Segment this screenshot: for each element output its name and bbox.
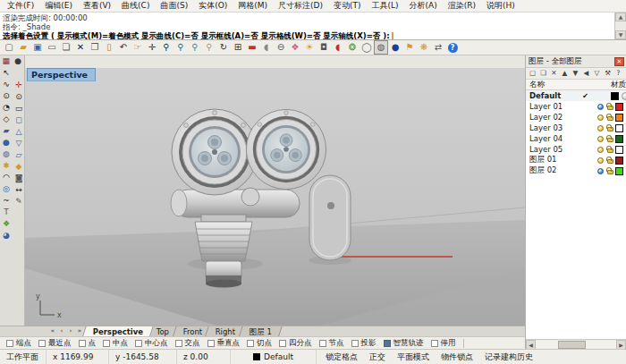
layer-visibility-bulb-icon[interactable] xyxy=(596,125,605,131)
layer-visibility-bulb-icon[interactable] xyxy=(596,168,605,174)
shaded-display-button[interactable]: ◍ xyxy=(374,40,388,55)
scroll-left-icon[interactable]: ◀ xyxy=(526,340,536,350)
status-toggle-0[interactable]: 锁定格点 xyxy=(326,351,358,363)
new-sublayer-icon[interactable]: ❏ xyxy=(538,68,548,79)
tab-nav-2-icon[interactable]: › xyxy=(66,326,75,336)
tab-nav-0-icon[interactable]: « xyxy=(48,326,57,336)
menu-item-12[interactable]: 说明(H) xyxy=(481,0,520,12)
layer-visibility-bulb-icon[interactable] xyxy=(596,104,605,110)
layer-tools-icon[interactable]: ⚒ xyxy=(603,68,613,79)
save-button[interactable]: ▣ xyxy=(30,40,45,55)
osnap-checkbox[interactable] xyxy=(6,340,13,347)
copy-button[interactable]: ❐ xyxy=(88,40,102,55)
layer-lock-icon[interactable] xyxy=(605,104,615,110)
viewport-layout-button[interactable]: ⊞ xyxy=(231,40,245,55)
layer-material-ball[interactable] xyxy=(622,92,626,100)
collapse-icon[interactable]: ◀ xyxy=(581,68,591,79)
zoom-button[interactable]: ⚲ xyxy=(159,40,173,55)
undo-button[interactable]: ↶ xyxy=(116,40,131,55)
layer-lock-icon[interactable] xyxy=(605,147,615,153)
layer-color-swatch[interactable] xyxy=(615,167,623,175)
osnap-checkbox[interactable] xyxy=(279,340,286,347)
layer-color-swatch[interactable] xyxy=(615,135,623,143)
layer-color-swatch[interactable] xyxy=(615,146,623,154)
cplane-move-button[interactable]: ✛ xyxy=(13,80,25,91)
ellipse-button[interactable]: ◇ xyxy=(0,114,13,125)
menu-item-11[interactable]: 渲染(R) xyxy=(443,0,481,12)
camera-button[interactable]: ◙ xyxy=(13,173,25,184)
layer-visibility-bulb-icon[interactable] xyxy=(596,114,605,121)
point-button[interactable]: ⊙ xyxy=(13,91,25,103)
osnap-checkbox[interactable] xyxy=(38,340,46,347)
layer-row[interactable]: Layer 01 xyxy=(526,101,626,112)
swap-views-button[interactable]: ⇄ xyxy=(431,40,445,55)
layer-color-swatch[interactable] xyxy=(615,103,623,111)
viewport-canvas[interactable]: y x xyxy=(25,68,525,326)
scroll-down-icon[interactable]: ▼ xyxy=(615,30,626,39)
curve-tools-button[interactable]: ~ xyxy=(0,195,13,207)
layer-row[interactable]: Layer 05 xyxy=(526,144,626,155)
flag-button[interactable]: ⚑ xyxy=(402,40,417,55)
osnap-checkbox[interactable] xyxy=(135,340,142,347)
annotate-button[interactable]: ✎ xyxy=(13,196,25,207)
menu-item-0[interactable]: 文件(F) xyxy=(2,0,39,12)
layer-row[interactable]: 图层 02 xyxy=(526,165,626,176)
layer-lock-icon[interactable] xyxy=(605,114,615,121)
select-pointer-button[interactable]: ↖ xyxy=(0,67,13,79)
layer-lock-icon[interactable] xyxy=(605,136,615,142)
fillet-button[interactable]: ◠ xyxy=(0,172,13,183)
new-document-button[interactable]: ▢ xyxy=(2,40,16,55)
array-button[interactable]: ❖ xyxy=(0,218,13,230)
plane-button[interactable]: ▱ xyxy=(13,149,25,161)
layer-row[interactable]: Default✔ xyxy=(526,90,626,101)
material-ball-button[interactable]: ● xyxy=(13,55,25,67)
options-gear-button[interactable]: ❋ xyxy=(417,40,431,55)
command-prompt[interactable]: 选择着色设置 ( 显示模式(M)=着色模式 显示曲线(C)=否 显示框线(A)=… xyxy=(3,31,612,40)
scroll-thumb[interactable] xyxy=(558,341,586,349)
menu-item-8[interactable]: 变动(T) xyxy=(328,0,367,12)
scroll-right-icon[interactable]: ▶ xyxy=(616,340,626,350)
pyramid-button[interactable]: △ xyxy=(13,126,25,138)
layers-material-column-header[interactable]: 材质 xyxy=(611,80,626,90)
paste-button[interactable]: ▯ xyxy=(102,40,116,55)
move-down-icon[interactable]: ▼ xyxy=(571,68,580,79)
osnap-item-9[interactable]: 节点 xyxy=(319,338,344,349)
layer-color-swatch[interactable] xyxy=(615,157,623,165)
osnap-item-6[interactable]: 垂直点 xyxy=(207,338,241,349)
viewport-title[interactable]: Perspective xyxy=(27,68,96,81)
layers-name-column-header[interactable]: 名称 xyxy=(526,80,611,90)
osnap-item-4[interactable]: 中心点 xyxy=(135,338,168,349)
zoom-dynamic-button[interactable]: ⚲ xyxy=(188,40,202,55)
menu-item-6[interactable]: 网格(M) xyxy=(233,0,273,12)
menu-item-4[interactable]: 曲面(S) xyxy=(155,0,193,12)
layer-row[interactable]: 图层 01 xyxy=(526,155,626,165)
surface-patch-button[interactable]: ▰ xyxy=(0,125,13,137)
object-snap-button[interactable]: ❖ xyxy=(288,40,302,55)
pan-tool-button[interactable]: ◖ xyxy=(259,40,274,55)
named-view-button[interactable]: ▬ xyxy=(245,40,259,55)
layer-lock-icon[interactable] xyxy=(605,157,615,164)
osnap-item-10[interactable]: 投影 xyxy=(351,338,376,349)
delete-button[interactable]: ✕ xyxy=(73,40,88,55)
hide-object-button[interactable]: ⊖ xyxy=(274,40,288,55)
osnap-checkbox[interactable] xyxy=(79,340,86,347)
layer-visibility-bulb-icon[interactable] xyxy=(596,136,605,142)
osnap-item-0[interactable]: 端点 xyxy=(6,338,31,349)
control-point-curve-button[interactable]: ∿ xyxy=(0,79,13,90)
circle-center-button[interactable]: ⊙ xyxy=(0,90,13,102)
layer-row[interactable]: Layer 04 xyxy=(526,133,626,144)
menu-item-9[interactable]: 工具(L) xyxy=(367,0,404,12)
osnap-item-2[interactable]: 点 xyxy=(79,338,97,349)
osnap-item-11[interactable]: 智慧轨迹 xyxy=(384,338,424,349)
osnap-item-5[interactable]: 交点 xyxy=(175,338,200,349)
osnap-checkbox[interactable] xyxy=(103,340,110,347)
osnap-checkbox[interactable] xyxy=(384,340,391,347)
filter-icon[interactable]: ▽ xyxy=(592,68,602,79)
status-toggle-2[interactable]: 平面模式 xyxy=(397,351,429,363)
gumball-button[interactable]: ✱ xyxy=(0,160,13,172)
viewport[interactable]: Perspective xyxy=(25,55,525,326)
zoom-extents-button[interactable]: ⚲ xyxy=(202,40,216,55)
scroll-track[interactable] xyxy=(536,341,616,349)
render-button[interactable]: ◖ xyxy=(331,40,345,55)
menu-item-5[interactable]: 实体(O) xyxy=(193,0,233,12)
